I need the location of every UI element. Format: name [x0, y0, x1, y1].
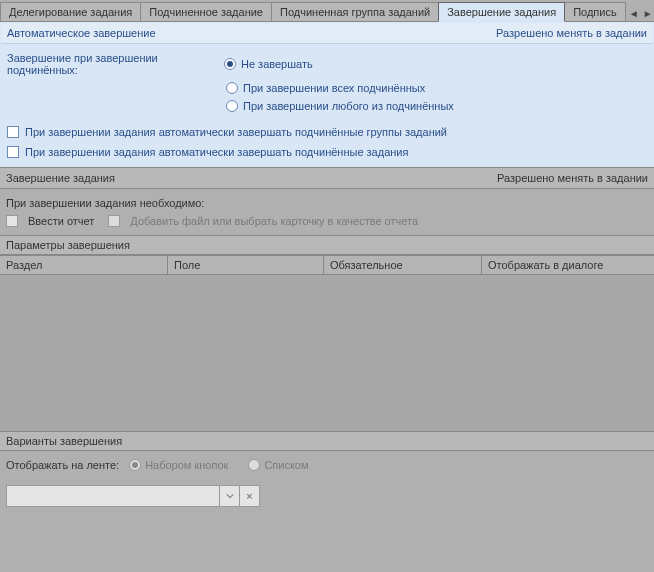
- checkbox-icon: [7, 146, 19, 158]
- section-completion-variants: Варианты завершения Отображать на ленте:…: [0, 431, 654, 513]
- section-title-params: Параметры завершения: [6, 239, 130, 251]
- section-completion-params: Параметры завершения Раздел Поле Обязате…: [0, 235, 654, 431]
- section-title-auto: Автоматическое завершение: [7, 27, 156, 39]
- checkbox-label: Ввести отчет: [28, 215, 94, 227]
- tab-subtask[interactable]: Подчиненное задание: [140, 2, 272, 21]
- radio-group-subordinate-completion: Завершение при завершении подчинённых: Н…: [1, 44, 653, 122]
- checkbox-icon: [7, 126, 19, 138]
- checkbox-icon: [108, 215, 120, 227]
- tab-scroll-left-icon[interactable]: ◄: [627, 5, 641, 21]
- checkbox-add-file: Добавить файл или выбрать карточку в кач…: [108, 215, 418, 227]
- checkbox-label: При завершении задания автоматически зав…: [25, 146, 408, 158]
- radio-icon: [224, 58, 236, 70]
- radio-label: Не завершать: [241, 58, 313, 70]
- column-header-required[interactable]: Обязательное: [324, 256, 482, 274]
- tab-delegation[interactable]: Делегирование задания: [0, 2, 141, 21]
- radio-ribbon-list: Списком: [248, 459, 308, 471]
- radio-icon: [226, 82, 238, 94]
- tab-completion[interactable]: Завершение задания: [438, 2, 565, 22]
- radio-group-label: Завершение при завершении подчинённых:: [7, 52, 222, 76]
- tab-scroll-right-icon[interactable]: ►: [641, 5, 654, 21]
- table-body-empty[interactable]: [0, 275, 654, 431]
- radio-icon: [248, 459, 260, 471]
- section-right-auto: Разрешено менять в задании: [496, 27, 647, 39]
- section-header-finish: Завершение задания Разрешено менять в за…: [0, 167, 654, 189]
- checkbox-auto-complete-groups[interactable]: При завершении задания автоматически зав…: [1, 122, 653, 142]
- finish-body: При завершении задания необходимо: Ввест…: [0, 189, 654, 235]
- radio-label: Списком: [264, 459, 308, 471]
- close-icon: ×: [246, 490, 252, 502]
- section-header-params: Параметры завершения: [0, 235, 654, 255]
- tab-strip: Делегирование задания Подчиненное задани…: [0, 0, 654, 22]
- variant-combo-dropdown-button[interactable]: [220, 485, 240, 507]
- tab-subgroup[interactable]: Подчиненная группа заданий: [271, 2, 439, 21]
- section-title-variants: Варианты завершения: [6, 435, 122, 447]
- column-header-section[interactable]: Раздел: [0, 256, 168, 274]
- section-title-finish: Завершение задания: [6, 172, 115, 184]
- variants-body: Отображать на ленте: Набором кнопок Спис…: [0, 451, 654, 479]
- section-auto-completion: Автоматическое завершение Разрешено меня…: [0, 22, 654, 167]
- show-on-ribbon-label: Отображать на ленте:: [6, 459, 119, 471]
- radio-ribbon-buttons: Набором кнопок: [129, 459, 228, 471]
- variant-combo[interactable]: [6, 485, 220, 507]
- column-header-show-dialog[interactable]: Отображать в диалоге: [482, 256, 654, 274]
- column-header-field[interactable]: Поле: [168, 256, 324, 274]
- section-header-auto: Автоматическое завершение Разрешено меня…: [1, 23, 653, 44]
- finish-required-label: При завершении задания необходимо:: [6, 197, 648, 209]
- variant-combo-clear-button[interactable]: ×: [240, 485, 260, 507]
- checkbox-auto-complete-tasks[interactable]: При завершении задания автоматически зав…: [1, 142, 653, 166]
- radio-label: При завершении всех подчинённых: [243, 82, 425, 94]
- tab-panel: Делегирование задания Подчиненное задани…: [0, 0, 654, 572]
- checkbox-label: При завершении задания автоматически зав…: [25, 126, 447, 138]
- section-header-variants: Варианты завершения: [0, 431, 654, 451]
- tab-scroll: ◄ ►: [625, 5, 654, 21]
- radio-icon: [226, 100, 238, 112]
- radio-any-subordinate[interactable]: При завершении любого из подчинённых: [226, 100, 454, 112]
- section-finish-task: Завершение задания Разрешено менять в за…: [0, 167, 654, 235]
- checkbox-enter-report[interactable]: Ввести отчет: [6, 215, 94, 227]
- radio-all-subordinates[interactable]: При завершении всех подчинённых: [226, 82, 425, 94]
- radio-no-complete[interactable]: Не завершать: [224, 58, 313, 70]
- checkbox-label: Добавить файл или выбрать карточку в кач…: [130, 215, 418, 227]
- table-header-row: Раздел Поле Обязательное Отображать в ди…: [0, 255, 654, 275]
- chevron-down-icon: [226, 492, 234, 500]
- variant-picker-row: ×: [0, 479, 654, 513]
- radio-label: При завершении любого из подчинённых: [243, 100, 454, 112]
- checkbox-icon: [6, 215, 18, 227]
- tab-signature[interactable]: Подпись: [564, 2, 626, 21]
- section-right-finish: Разрешено менять в задании: [497, 172, 648, 184]
- radio-label: Набором кнопок: [145, 459, 228, 471]
- radio-icon: [129, 459, 141, 471]
